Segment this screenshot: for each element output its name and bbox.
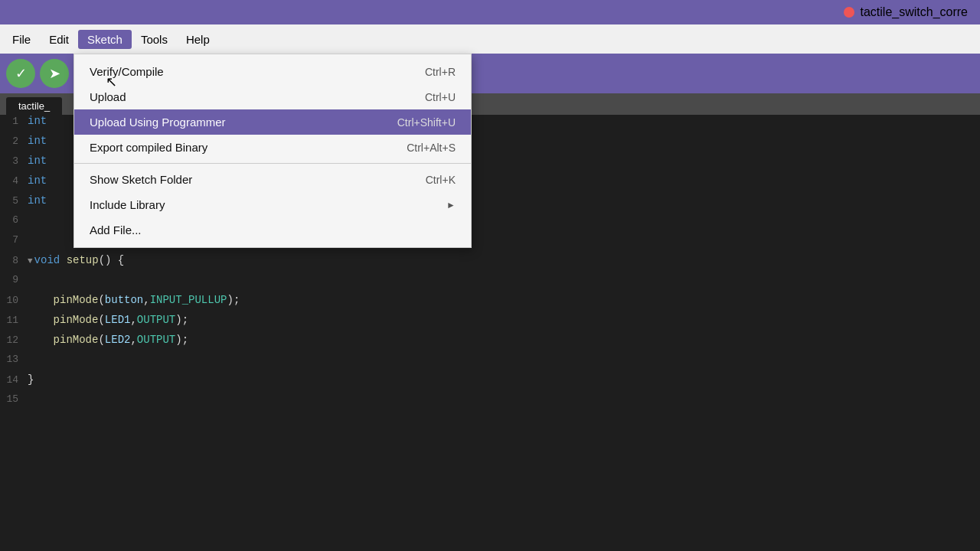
menu-export-binary[interactable]: Export compiled Binary Ctrl+Alt+S bbox=[74, 135, 471, 160]
sketch-dropdown: Verify/Compile Ctrl+R Upload Ctrl+U Uplo… bbox=[74, 54, 472, 248]
menu-help[interactable]: Help bbox=[177, 30, 219, 49]
title-bar: tactile_switch_corre bbox=[0, 0, 980, 24]
menu-add-file[interactable]: Add File... bbox=[74, 217, 471, 243]
menu-upload-shortcut: Ctrl+U bbox=[425, 91, 456, 103]
menu-sketch[interactable]: Sketch bbox=[78, 30, 132, 49]
menu-add-file-label: Add File... bbox=[90, 223, 142, 236]
window-close-icon bbox=[844, 7, 854, 18]
menu-show-folder-shortcut: Ctrl+K bbox=[426, 174, 456, 186]
submenu-arrow-icon: ► bbox=[446, 200, 456, 210]
menu-tools[interactable]: Tools bbox=[132, 30, 177, 49]
menu-upload-programmer[interactable]: Upload Using Programmer Ctrl+Shift+U bbox=[74, 109, 471, 135]
menu-show-folder-label: Show Sketch Folder bbox=[90, 173, 192, 186]
menu-upload-programmer-shortcut: Ctrl+Shift+U bbox=[397, 116, 456, 129]
menu-file[interactable]: File bbox=[3, 30, 40, 49]
menu-upload[interactable]: Upload Ctrl+U bbox=[74, 84, 471, 109]
dropdown-overlay[interactable]: Verify/Compile Ctrl+R Upload Ctrl+U Uplo… bbox=[0, 54, 980, 551]
menu-include-library[interactable]: Include Library ► bbox=[74, 192, 471, 217]
menu-include-library-label: Include Library bbox=[90, 198, 165, 211]
menu-verify-compile[interactable]: Verify/Compile Ctrl+R bbox=[74, 59, 471, 84]
menu-edit[interactable]: Edit bbox=[40, 30, 78, 49]
menu-upload-programmer-label: Upload Using Programmer bbox=[90, 116, 226, 129]
menu-verify-label: Verify/Compile bbox=[90, 65, 164, 78]
menu-show-folder[interactable]: Show Sketch Folder Ctrl+K bbox=[74, 167, 471, 192]
dropdown-divider-1 bbox=[74, 163, 471, 164]
menu-upload-label: Upload bbox=[90, 90, 126, 103]
menu-verify-shortcut: Ctrl+R bbox=[425, 66, 456, 78]
menu-export-shortcut: Ctrl+Alt+S bbox=[407, 142, 456, 154]
title-bar-text: tactile_switch_corre bbox=[861, 5, 969, 19]
menu-export-label: Export compiled Binary bbox=[90, 141, 207, 154]
menu-bar: File Edit Sketch Tools Help bbox=[0, 24, 980, 54]
